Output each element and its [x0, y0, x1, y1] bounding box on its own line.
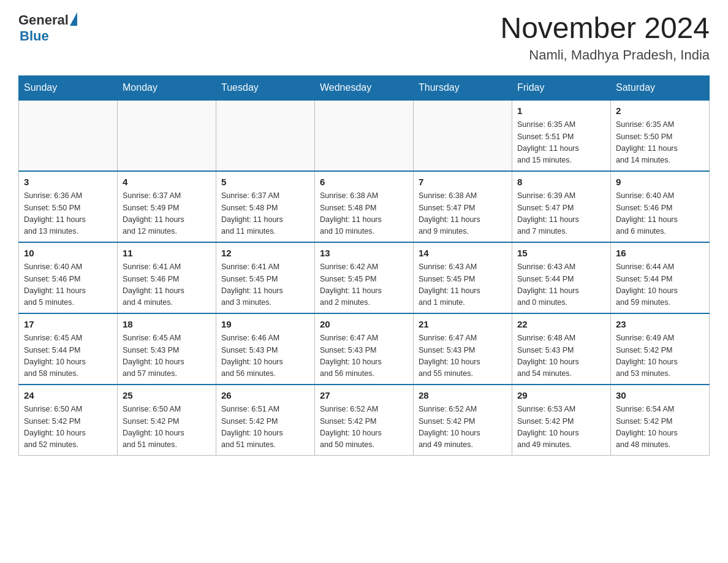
day-number: 30: [616, 389, 704, 403]
day-number: 6: [320, 175, 408, 190]
calendar-cell: 9Sunrise: 6:40 AM Sunset: 5:46 PM Daylig…: [611, 171, 710, 242]
day-number: 26: [221, 389, 309, 403]
location-title: Namli, Madhya Pradesh, India: [500, 47, 710, 63]
day-number: 7: [419, 175, 507, 190]
day-info: Sunrise: 6:49 AM Sunset: 5:42 PM Dayligh…: [616, 332, 704, 380]
calendar-cell: 2Sunrise: 6:35 AM Sunset: 5:50 PM Daylig…: [611, 100, 710, 171]
day-number: 28: [419, 389, 507, 403]
calendar-cell: [216, 100, 315, 171]
day-number: 25: [123, 389, 211, 403]
day-number: 14: [419, 247, 507, 261]
weekday-header-sunday: Sunday: [19, 75, 118, 100]
day-number: 10: [24, 247, 112, 261]
day-info: Sunrise: 6:52 AM Sunset: 5:42 PM Dayligh…: [419, 404, 507, 451]
day-info: Sunrise: 6:36 AM Sunset: 5:50 PM Dayligh…: [24, 190, 112, 238]
calendar-cell: 14Sunrise: 6:43 AM Sunset: 5:45 PM Dayli…: [414, 242, 512, 313]
weekday-header-monday: Monday: [118, 75, 216, 100]
calendar-cell: 18Sunrise: 6:45 AM Sunset: 5:43 PM Dayli…: [118, 313, 216, 385]
calendar-cell: 28Sunrise: 6:52 AM Sunset: 5:42 PM Dayli…: [414, 385, 512, 456]
day-number: 4: [123, 175, 211, 190]
day-number: 5: [221, 175, 309, 190]
calendar-cell: 29Sunrise: 6:53 AM Sunset: 5:42 PM Dayli…: [512, 385, 611, 456]
calendar-cell: 23Sunrise: 6:49 AM Sunset: 5:42 PM Dayli…: [611, 313, 710, 385]
logo: General Blue: [18, 12, 77, 44]
day-number: 3: [24, 175, 112, 190]
calendar-cell: 5Sunrise: 6:37 AM Sunset: 5:48 PM Daylig…: [216, 171, 315, 242]
day-number: 22: [517, 318, 605, 332]
calendar-cell: 30Sunrise: 6:54 AM Sunset: 5:42 PM Dayli…: [611, 385, 710, 456]
calendar-cell: 25Sunrise: 6:50 AM Sunset: 5:42 PM Dayli…: [118, 385, 216, 456]
day-number: 21: [419, 318, 507, 332]
day-info: Sunrise: 6:40 AM Sunset: 5:46 PM Dayligh…: [24, 261, 112, 309]
day-number: 11: [123, 247, 211, 261]
day-info: Sunrise: 6:50 AM Sunset: 5:42 PM Dayligh…: [123, 404, 211, 451]
day-number: 18: [123, 318, 211, 332]
weekday-header-friday: Friday: [512, 75, 611, 100]
day-number: 17: [24, 318, 112, 332]
calendar-cell: 15Sunrise: 6:43 AM Sunset: 5:44 PM Dayli…: [512, 242, 611, 313]
day-info: Sunrise: 6:46 AM Sunset: 5:43 PM Dayligh…: [221, 332, 309, 380]
day-number: 16: [616, 247, 704, 261]
day-number: 19: [221, 318, 309, 332]
calendar-cell: 3Sunrise: 6:36 AM Sunset: 5:50 PM Daylig…: [19, 171, 118, 242]
day-info: Sunrise: 6:51 AM Sunset: 5:42 PM Dayligh…: [221, 404, 309, 451]
day-info: Sunrise: 6:38 AM Sunset: 5:48 PM Dayligh…: [320, 190, 408, 238]
calendar-cell: [414, 100, 512, 171]
day-number: 27: [320, 389, 408, 403]
day-number: 24: [24, 389, 112, 403]
week-row-3: 10Sunrise: 6:40 AM Sunset: 5:46 PM Dayli…: [19, 242, 710, 313]
day-info: Sunrise: 6:52 AM Sunset: 5:42 PM Dayligh…: [320, 404, 408, 451]
day-info: Sunrise: 6:39 AM Sunset: 5:47 PM Dayligh…: [517, 190, 605, 238]
day-info: Sunrise: 6:43 AM Sunset: 5:45 PM Dayligh…: [419, 261, 507, 309]
day-number: 2: [616, 104, 704, 118]
calendar-table: SundayMondayTuesdayWednesdayThursdayFrid…: [18, 75, 710, 456]
weekday-header-thursday: Thursday: [414, 75, 512, 100]
day-info: Sunrise: 6:50 AM Sunset: 5:42 PM Dayligh…: [24, 404, 112, 451]
page-header: General Blue November 2024 Namli, Madhya…: [18, 12, 710, 63]
week-row-1: 1Sunrise: 6:35 AM Sunset: 5:51 PM Daylig…: [19, 100, 710, 171]
calendar-cell: 19Sunrise: 6:46 AM Sunset: 5:43 PM Dayli…: [216, 313, 315, 385]
calendar-cell: 21Sunrise: 6:47 AM Sunset: 5:43 PM Dayli…: [414, 313, 512, 385]
day-number: 9: [616, 175, 704, 190]
logo-blue-text: Blue: [20, 28, 49, 44]
logo-triangle-icon: [70, 12, 77, 26]
day-info: Sunrise: 6:53 AM Sunset: 5:42 PM Dayligh…: [517, 404, 605, 451]
calendar-cell: 8Sunrise: 6:39 AM Sunset: 5:47 PM Daylig…: [512, 171, 611, 242]
calendar-cell: [19, 100, 118, 171]
day-info: Sunrise: 6:45 AM Sunset: 5:43 PM Dayligh…: [123, 332, 211, 380]
calendar-cell: 16Sunrise: 6:44 AM Sunset: 5:44 PM Dayli…: [611, 242, 710, 313]
day-info: Sunrise: 6:47 AM Sunset: 5:43 PM Dayligh…: [419, 332, 507, 380]
day-number: 20: [320, 318, 408, 332]
week-row-5: 24Sunrise: 6:50 AM Sunset: 5:42 PM Dayli…: [19, 385, 710, 456]
logo-general-text: General: [18, 12, 69, 28]
day-number: 23: [616, 318, 704, 332]
calendar-cell: [118, 100, 216, 171]
month-title: November 2024: [500, 12, 710, 45]
weekday-header-row: SundayMondayTuesdayWednesdayThursdayFrid…: [19, 75, 710, 100]
calendar-cell: 12Sunrise: 6:41 AM Sunset: 5:45 PM Dayli…: [216, 242, 315, 313]
calendar-cell: 11Sunrise: 6:41 AM Sunset: 5:46 PM Dayli…: [118, 242, 216, 313]
weekday-header-wednesday: Wednesday: [315, 75, 414, 100]
calendar-cell: 20Sunrise: 6:47 AM Sunset: 5:43 PM Dayli…: [315, 313, 414, 385]
day-info: Sunrise: 6:54 AM Sunset: 5:42 PM Dayligh…: [616, 404, 704, 451]
day-info: Sunrise: 6:37 AM Sunset: 5:49 PM Dayligh…: [123, 190, 211, 238]
day-info: Sunrise: 6:45 AM Sunset: 5:44 PM Dayligh…: [24, 332, 112, 380]
calendar-cell: 4Sunrise: 6:37 AM Sunset: 5:49 PM Daylig…: [118, 171, 216, 242]
day-info: Sunrise: 6:44 AM Sunset: 5:44 PM Dayligh…: [616, 261, 704, 309]
day-info: Sunrise: 6:41 AM Sunset: 5:45 PM Dayligh…: [221, 261, 309, 309]
day-info: Sunrise: 6:40 AM Sunset: 5:46 PM Dayligh…: [616, 190, 704, 238]
day-info: Sunrise: 6:47 AM Sunset: 5:43 PM Dayligh…: [320, 332, 408, 380]
weekday-header-saturday: Saturday: [611, 75, 710, 100]
calendar-cell: 13Sunrise: 6:42 AM Sunset: 5:45 PM Dayli…: [315, 242, 414, 313]
calendar-cell: 7Sunrise: 6:38 AM Sunset: 5:47 PM Daylig…: [414, 171, 512, 242]
day-info: Sunrise: 6:48 AM Sunset: 5:43 PM Dayligh…: [517, 332, 605, 380]
calendar-cell: 10Sunrise: 6:40 AM Sunset: 5:46 PM Dayli…: [19, 242, 118, 313]
calendar-cell: 26Sunrise: 6:51 AM Sunset: 5:42 PM Dayli…: [216, 385, 315, 456]
day-number: 1: [517, 104, 605, 118]
day-number: 13: [320, 247, 408, 261]
calendar-cell: 22Sunrise: 6:48 AM Sunset: 5:43 PM Dayli…: [512, 313, 611, 385]
day-number: 15: [517, 247, 605, 261]
day-info: Sunrise: 6:35 AM Sunset: 5:51 PM Dayligh…: [517, 119, 605, 167]
day-number: 8: [517, 175, 605, 190]
day-info: Sunrise: 6:41 AM Sunset: 5:46 PM Dayligh…: [123, 261, 211, 309]
